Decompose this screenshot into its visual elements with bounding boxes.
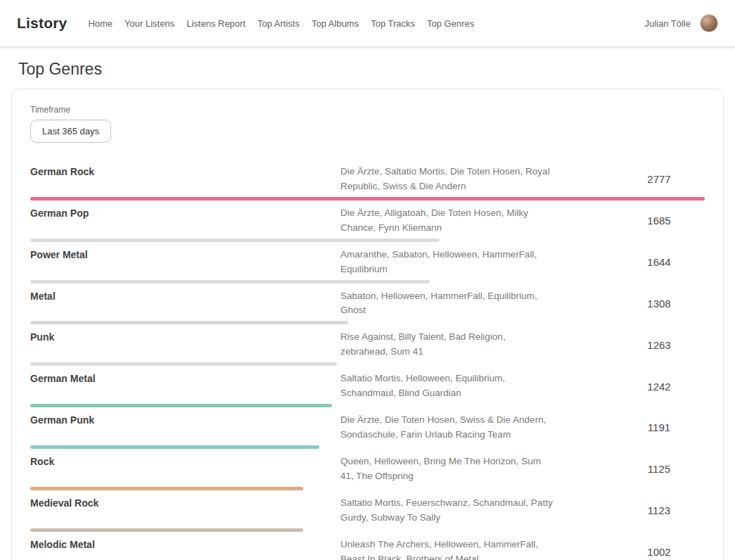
genre-name: German Metal [30,371,340,384]
nav-item-top-tracks[interactable]: Top Tracks [371,18,415,29]
genre-row: Rock Queen, Helloween, Bring Me The Hori… [30,451,705,492]
user-avatar[interactable] [700,14,718,32]
genre-name: German Punk [30,413,340,426]
genre-bar-track [30,528,705,532]
nav-item-listens-report[interactable]: Listens Report [186,18,245,29]
genre-bar-track [30,280,705,284]
genre-count: 1263 [613,339,705,351]
top-nav: Listory Home Your Listens Listens Report… [0,0,735,46]
genre-name: Power Metal [30,248,340,260]
timeframe-select-button[interactable]: Last 365 days [30,120,111,143]
main-content: Top Genres Timeframe Last 365 days Germa… [0,60,735,560]
genre-row: Medieval Rock Saltatio Mortis, Feuerschw… [30,492,705,534]
timeframe-label: Timeframe [30,105,705,115]
genre-artists: Saltatio Mortis, Feuerschwanz, Schandmau… [340,496,555,526]
genre-name: German Pop [30,206,340,219]
genre-name: Medieval Rock [30,496,340,509]
user-name[interactable]: Julian Tölle [644,18,691,29]
genre-bar-track [30,445,705,449]
genre-artists: Unleash The Archers, Helloween, HammerFa… [340,537,555,560]
genre-bar-track [30,487,705,490]
genre-artists: Die Ärzte, Saltatio Mortis, Die Toten Ho… [340,165,555,194]
genre-bar-track [30,404,705,407]
genre-bar-fill [30,197,705,201]
genre-row: Metal Sabaton, Helloween, HammerFall, Eq… [30,286,705,327]
nav-links: Home Your Listens Listens Report Top Art… [88,18,644,29]
genre-bar-fill [30,487,303,490]
genre-count: 2777 [613,173,705,185]
genre-count: 1242 [613,381,705,393]
genre-bar-track [30,362,705,366]
genre-count: 1191 [613,421,705,433]
genre-bar-track [30,321,705,324]
page-title: Top Genres [18,60,735,79]
genre-name: Metal [30,289,340,302]
top-genres-card: Timeframe Last 365 days German Rock Die … [11,89,724,560]
genre-count: 1308 [613,298,705,310]
user-area: Julian Tölle [644,14,718,32]
genre-artists: Die Ärzte, Die Toten Hosen, Swiss & Die … [340,413,555,443]
genre-count: 1685 [613,215,705,227]
genre-row: German Punk Die Ärzte, Die Toten Hosen, … [30,409,705,451]
genre-bar-fill [30,404,332,407]
genre-bar-fill [30,280,430,284]
genre-table-body: German Rock Die Ärzte, Saltatio Mortis, … [30,161,705,560]
app-logo[interactable]: Listory [17,15,67,32]
genre-bar-track [30,197,705,201]
nav-item-top-genres[interactable]: Top Genres [427,18,474,29]
genre-bar-fill [30,362,337,366]
genre-row: Punk Rise Against, Billy Talent, Bad Rel… [30,326,705,368]
genre-row: Power Metal Amaranthe, Sabaton, Hellowee… [30,244,705,286]
nav-item-your-listens[interactable]: Your Listens [124,18,174,29]
genre-count: 1002 [613,546,705,558]
genre-artists: Die Ärzte, Alligatoah, Die Toten Hosen, … [340,206,555,236]
genre-bar-fill [30,238,440,242]
genre-row: Melodic Metal Unleash The Archers, Hello… [30,534,705,560]
genre-row: German Rock Die Ärzte, Saltatio Mortis, … [30,161,705,203]
genre-row: German Metal Saltatio Mortis, Helloween,… [30,368,705,409]
genre-artists: Queen, Helloween, Bring Me The Horizon, … [340,454,555,484]
genre-name: German Rock [30,165,340,177]
genre-bar-fill [30,321,348,324]
genre-name: Punk [30,330,340,343]
nav-item-top-albums[interactable]: Top Albums [312,18,359,29]
genre-count: 1123 [613,504,705,516]
genre-count: 1125 [613,463,705,475]
genre-artists: Sabaton, Helloween, HammerFall, Equilibr… [340,289,555,319]
genre-artists: Rise Against, Billy Talent, Bad Religion… [340,330,555,359]
nav-item-home[interactable]: Home [88,18,113,29]
nav-item-top-artists[interactable]: Top Artists [257,18,300,29]
genre-artists: Saltatio Mortis, Helloween, Equilibrium,… [340,371,555,401]
genre-row: German Pop Die Ärzte, Alligatoah, Die To… [30,203,705,244]
genre-count: 1644 [613,256,705,268]
genre-name: Rock [30,454,340,467]
genre-bar-fill [30,445,319,449]
genre-artists: Amaranthe, Sabaton, Helloween, HammerFal… [340,248,555,277]
genre-name: Melodic Metal [30,537,340,550]
genre-bar-fill [30,528,303,532]
genre-bar-track [30,238,705,242]
